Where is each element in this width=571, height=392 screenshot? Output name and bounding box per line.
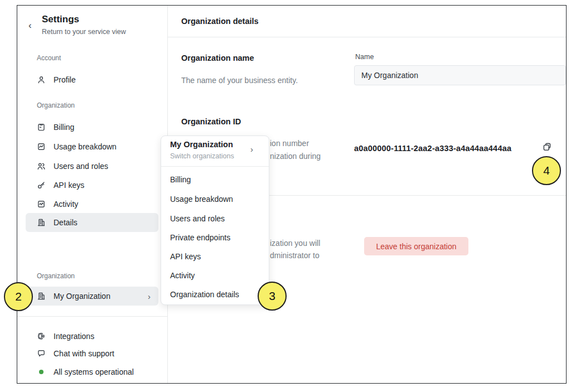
copy-icon (542, 142, 552, 152)
sidebar-item-label: My Organization (54, 292, 110, 301)
org-name-heading: Organization name (181, 54, 254, 62)
section-label-organization: Organization (37, 101, 75, 109)
chevron-right-icon: › (148, 292, 158, 301)
sidebar-item-details[interactable]: Details (26, 213, 158, 232)
dropdown-item-label: Users and roles (170, 214, 225, 223)
sidebar-item-my-organization[interactable]: My Organization › (26, 287, 158, 306)
org-id-heading: Organization ID (181, 117, 241, 126)
dropdown-item-label: Activity (170, 271, 195, 280)
sidebar-item-label: Details (54, 218, 78, 227)
dropdown-item-label: Billing (170, 175, 191, 184)
billing-icon (37, 123, 46, 132)
sidebar-item-profile[interactable]: Profile (26, 70, 158, 89)
dropdown-item-api-keys[interactable]: API keys (170, 247, 259, 266)
organization-id-value: a0a00000-1111-2aa2-a333-a4a44aa444aa (354, 144, 511, 153)
sidebar-item-usage-breakdown[interactable]: Usage breakdown (26, 137, 158, 156)
dropdown-divider (161, 166, 269, 167)
sidebar-item-chat-support[interactable]: Chat with support (26, 344, 158, 363)
sidebar-item-label: Usage breakdown (54, 142, 117, 151)
sidebar-item-label: All systems operational (54, 367, 134, 376)
section-label-account: Account (37, 54, 61, 62)
chevron-right-icon: › (250, 144, 253, 154)
header-divider (168, 37, 566, 37)
puzzle-icon (37, 332, 46, 341)
org-id-description-fragment-1: ion number (270, 139, 309, 148)
back-chevron-icon[interactable]: ‹ (28, 20, 32, 31)
sidebar-footer-divider (17, 316, 167, 317)
dropdown-org-subtitle: Switch organizations (170, 152, 234, 160)
sidebar-item-activity[interactable]: Activity (26, 195, 158, 214)
sidebar-item-label: Chat with support (54, 349, 114, 358)
sidebar-item-system-status[interactable]: All systems operational (26, 362, 158, 381)
sidebar-item-users-and-roles[interactable]: Users and roles (26, 157, 158, 176)
sidebar-item-label: Users and roles (54, 162, 108, 171)
sidebar-item-api-keys[interactable]: API keys (26, 176, 158, 195)
page-title: Organization details (181, 17, 259, 26)
dropdown-item-label: API keys (170, 252, 201, 261)
sidebar-item-label: Billing (54, 123, 74, 132)
sidebar-item-integrations[interactable]: Integrations (26, 327, 158, 346)
organization-name-input[interactable] (354, 65, 566, 85)
dropdown-item-organization-details[interactable]: Organization details (170, 285, 259, 304)
dropdown-item-users-and-roles[interactable]: Users and roles (170, 209, 259, 228)
sidebar-item-label: Profile (54, 75, 76, 84)
dropdown-item-private-endpoints[interactable]: Private endpoints (170, 228, 259, 247)
callout-4: 4 (532, 156, 561, 185)
dropdown-item-label: Private endpoints (170, 233, 230, 242)
dropdown-item-activity[interactable]: Activity (170, 266, 259, 285)
org-name-description: The name of your business entity. (181, 76, 298, 85)
status-dot-green-icon (37, 367, 46, 376)
callout-3: 3 (258, 282, 287, 311)
key-icon (37, 181, 46, 190)
leave-organization-button[interactable]: Leave this organization (364, 237, 468, 255)
settings-subtitle[interactable]: Return to your service view (42, 28, 126, 36)
leave-description-fragment-2: dministrator to (270, 251, 320, 260)
sidebar-item-label: API keys (54, 181, 84, 190)
sidebar-item-label: Activity (54, 200, 78, 209)
usage-icon (37, 142, 46, 151)
dropdown-item-usage-breakdown[interactable]: Usage breakdown (170, 190, 259, 209)
sidebar-item-billing[interactable]: Billing (26, 118, 158, 137)
dropdown-item-label: Usage breakdown (170, 195, 233, 204)
settings-title: Settings (42, 14, 79, 25)
dropdown-org-title[interactable]: My Organization (170, 140, 233, 149)
org-id-description-fragment-2: nization during (270, 152, 321, 161)
dropdown-item-label: Organization details (170, 290, 239, 299)
users-icon (37, 162, 46, 171)
user-icon (37, 75, 46, 84)
sidebar-item-label: Integrations (54, 332, 94, 341)
copy-id-button[interactable] (540, 140, 554, 153)
name-field-label: Name (355, 53, 374, 61)
section-label-organization-switcher: Organization (37, 272, 75, 280)
building-icon (37, 218, 46, 227)
chat-bubble-icon (37, 349, 46, 358)
leave-description-fragment-1: ization you will (270, 239, 320, 248)
building-icon (37, 292, 46, 301)
dropdown-item-billing[interactable]: Billing (170, 170, 259, 189)
activity-icon (37, 200, 46, 209)
callout-2: 2 (4, 282, 33, 311)
